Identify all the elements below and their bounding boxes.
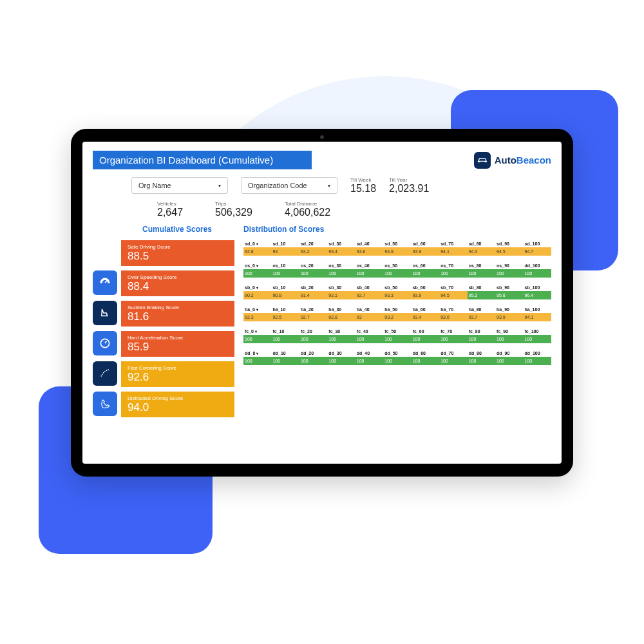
- car-icon: [474, 152, 491, 169]
- page-title: Organization BI Dashboard (Cumulative): [93, 151, 312, 169]
- sd-distribution: sd_0sd_10sd_20sd_30sd_40sd_50sd_60sd_70s…: [243, 240, 551, 256]
- fast-cornering-card[interactable]: Fast Cornering Score 92.6: [121, 361, 234, 387]
- over-speeding-card[interactable]: Over Speeding Score 88.4: [121, 270, 234, 296]
- vehicles-metric: Vehicles 2,647: [157, 201, 183, 218]
- sudden-braking-card[interactable]: Sudden Braking Score 81.6: [121, 301, 234, 327]
- distracted-driving-card[interactable]: Distracted Driving Score 94.0: [121, 392, 234, 417]
- distribution-title: Distribution of Scores: [243, 225, 551, 234]
- fc-distribution: fc_0fc_10fc_20fc_30fc_40fc_50fc_60fc_70f…: [243, 328, 551, 343]
- trips-metric: Trips 506,329: [215, 201, 252, 218]
- screen: Organization BI Dashboard (Cumulative) A…: [82, 142, 562, 464]
- os-distribution: os_0os_10os_20os_30os_40os_50os_60os_70o…: [243, 262, 551, 278]
- tire-icon: [93, 361, 117, 386]
- dd-distribution: dd_0dd_10dd_20dd_30dd_40dd_50dd_60dd_70d…: [243, 350, 551, 365]
- till-year-metric: Till Year 2,023.91: [389, 177, 429, 194]
- gauge-icon: [93, 331, 117, 355]
- org-code-select[interactable]: Organization Code▾: [241, 177, 337, 194]
- cumulative-title: Cumulative Scores: [93, 225, 234, 234]
- chevron-down-icon: ▾: [218, 183, 221, 189]
- seat-icon: [93, 301, 117, 325]
- distance-metric: Total Distance 4,060,622: [285, 201, 330, 218]
- brand-logo: AutoBeacon: [474, 152, 551, 169]
- ha-distribution: ha_0ha_10ha_20ha_30ha_40ha_50ha_60ha_70h…: [243, 306, 551, 321]
- chevron-down-icon: ▾: [328, 183, 330, 189]
- till-week-metric: Till Week 15.18: [350, 177, 376, 194]
- phone-icon: [93, 392, 117, 416]
- sb-distribution: sb_0sb_10sb_20sb_30sb_40sb_50sb_60sb_70s…: [243, 284, 551, 299]
- speedometer-icon: [93, 270, 117, 295]
- tablet-frame: Organization BI Dashboard (Cumulative) A…: [71, 129, 573, 477]
- org-name-select[interactable]: Org Name▾: [131, 177, 228, 194]
- hard-accel-card[interactable]: Hard Acceleration Score 85.9: [121, 331, 234, 357]
- safe-driving-card[interactable]: Safe Driving Score 88.5: [121, 240, 234, 266]
